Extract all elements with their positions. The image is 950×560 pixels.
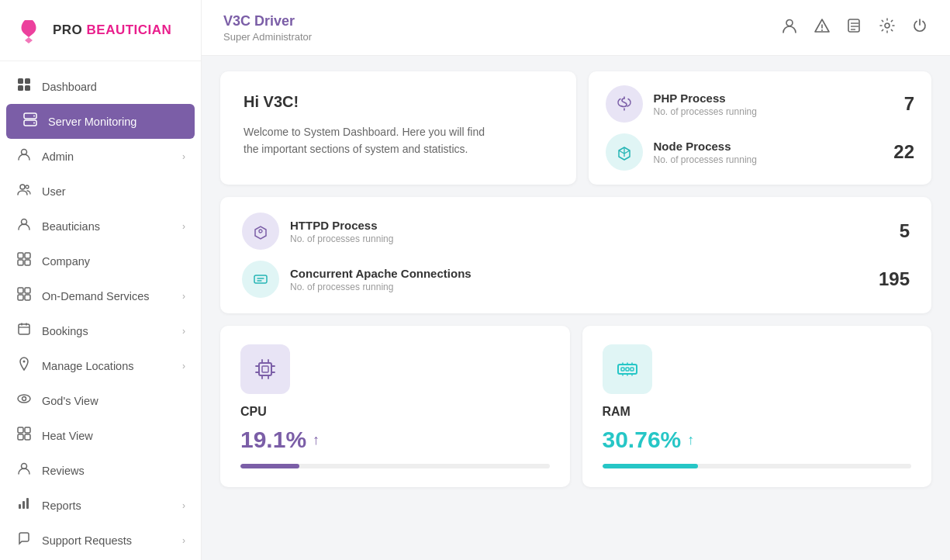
svg-point-23 <box>18 395 30 403</box>
settings-icon[interactable] <box>879 17 896 38</box>
sidebar-item-company[interactable]: Company <box>0 244 201 278</box>
sidebar-item-label: Dashboard <box>42 81 185 93</box>
svg-point-33 <box>786 20 793 26</box>
sidebar-item-heat-view[interactable]: Heat View <box>0 418 201 453</box>
httpd-process-sub: No. of processes running <box>290 233 889 244</box>
svg-rect-44 <box>262 366 268 372</box>
cpu-value: 19.1% ↑ <box>240 427 550 453</box>
welcome-text: Welcome to System Dashboard. Here you wi… <box>244 123 553 158</box>
warning-icon[interactable] <box>814 17 831 38</box>
cpu-card: CPU 19.1% ↑ <box>220 326 570 487</box>
sidebar-item-manage-locations[interactable]: Manage Locations › <box>0 348 201 383</box>
ram-value: 30.76% ↑ <box>603 427 912 453</box>
svg-rect-46 <box>621 368 624 371</box>
chevron-right-icon: › <box>182 151 185 162</box>
power-icon[interactable] <box>911 17 928 38</box>
httpd-process-count: 5 <box>900 220 910 242</box>
svg-rect-4 <box>25 85 30 91</box>
sidebar-item-admin[interactable]: Admin › <box>0 139 201 174</box>
bottom-row: CPU 19.1% ↑ RAM 30.76% ↑ <box>220 326 931 487</box>
apache-process-info: Concurrent Apache Connections No. of pro… <box>290 267 868 292</box>
logo-text: PRO BEAUTICIAN <box>53 22 171 38</box>
header-title: V3C Driver Super Administrator <box>223 13 312 43</box>
node-process-name: Node Process <box>654 140 883 153</box>
chevron-right-icon: › <box>182 326 185 337</box>
node-process-row: Node Process No. of processes running 22 <box>606 133 915 171</box>
node-process-sub: No. of processes running <box>654 154 883 165</box>
page-content: Hi V3C! Welcome to System Dashboard. Her… <box>202 56 950 560</box>
user-icon <box>16 182 33 200</box>
ram-bar-wrap <box>603 464 912 468</box>
header-icons <box>781 17 928 38</box>
sidebar-item-label: Support Requests <box>42 534 173 547</box>
sidebar-item-beauticians[interactable]: Beauticians › <box>0 209 201 244</box>
sidebar-item-support-requests[interactable]: Support Requests › <box>0 523 201 558</box>
sidebar-item-user[interactable]: User <box>0 174 201 209</box>
location-icon <box>16 357 33 375</box>
svg-point-10 <box>20 185 25 189</box>
php-process-info: PHP Process No. of processes running <box>654 92 893 117</box>
cpu-label: CPU <box>240 405 550 419</box>
sidebar-item-label: Admin <box>42 150 173 163</box>
svg-point-22 <box>23 361 26 363</box>
svg-rect-47 <box>626 368 629 371</box>
svg-rect-48 <box>630 368 634 371</box>
admin-icon <box>16 147 33 165</box>
httpd-icon-wrap <box>242 213 279 250</box>
header: V3C Driver Super Administrator <box>202 0 950 56</box>
cpu-icon-wrap <box>240 344 290 394</box>
cpu-bar-wrap <box>240 464 550 468</box>
svg-rect-14 <box>25 253 30 258</box>
sidebar-item-dashboard[interactable]: Dashboard <box>0 69 201 104</box>
httpd-process-name: HTTPD Process <box>290 219 889 232</box>
sidebar: PRO BEAUTICIAN Dashboard Server Monitori… <box>0 0 202 560</box>
sidebar-item-label: Reviews <box>42 465 185 477</box>
sidebar-item-server-monitoring[interactable]: Server Monitoring <box>6 104 195 139</box>
profile-icon[interactable] <box>781 17 798 38</box>
svg-rect-42 <box>254 275 267 283</box>
cpu-bar <box>240 464 299 468</box>
svg-rect-19 <box>18 295 23 300</box>
php-process-sub: No. of processes running <box>654 106 893 117</box>
sidebar-item-label: Bookings <box>42 325 173 337</box>
sidebar-item-reviews[interactable]: Reviews <box>0 453 201 488</box>
apache-icon-wrap <box>242 261 279 298</box>
bookings-icon <box>16 322 33 340</box>
support-icon <box>16 531 33 549</box>
sidebar-item-bookings[interactable]: Bookings › <box>0 313 201 348</box>
top-row: Hi V3C! Welcome to System Dashboard. Her… <box>220 71 931 185</box>
cpu-up-arrow: ↑ <box>313 432 320 448</box>
sidebar-item-reports[interactable]: Reports › <box>0 488 201 523</box>
reports-icon <box>16 496 33 514</box>
apache-process-name: Concurrent Apache Connections <box>290 267 868 280</box>
svg-rect-13 <box>18 253 23 258</box>
greeting-text: Hi V3C! <box>244 93 553 111</box>
php-icon-wrap <box>606 85 643 123</box>
svg-rect-18 <box>25 288 30 293</box>
svg-rect-16 <box>25 260 30 265</box>
node-process-info: Node Process No. of processes running <box>654 140 883 165</box>
svg-rect-25 <box>18 427 23 433</box>
apache-process-count: 195 <box>879 268 910 290</box>
logo-icon <box>12 14 45 47</box>
edit-icon[interactable] <box>846 17 863 38</box>
php-process-name: PHP Process <box>654 92 893 105</box>
driver-name: V3C Driver <box>223 13 312 29</box>
sidebar-item-label: Beauticians <box>42 220 173 233</box>
gods-view-icon <box>16 392 33 410</box>
sidebar-item-gods-view[interactable]: God's View <box>0 383 201 418</box>
svg-point-7 <box>33 116 35 117</box>
node-icon-wrap <box>606 133 643 171</box>
ram-bar <box>603 464 699 468</box>
main-content: V3C Driver Super Administrator <box>202 0 950 560</box>
httpd-apache-card: HTTPD Process No. of processes running 5… <box>220 197 931 313</box>
svg-rect-27 <box>18 434 23 440</box>
node-process-count: 22 <box>893 141 914 163</box>
sidebar-nav: Dashboard Server Monitoring Admin › User <box>0 61 201 560</box>
ram-card: RAM 30.76% ↑ <box>582 326 932 487</box>
svg-rect-26 <box>25 427 30 433</box>
sidebar-item-on-demand[interactable]: On-Demand Services › <box>0 278 201 313</box>
svg-rect-31 <box>22 501 25 509</box>
chevron-right-icon: › <box>182 291 185 302</box>
dashboard-icon <box>16 78 33 95</box>
